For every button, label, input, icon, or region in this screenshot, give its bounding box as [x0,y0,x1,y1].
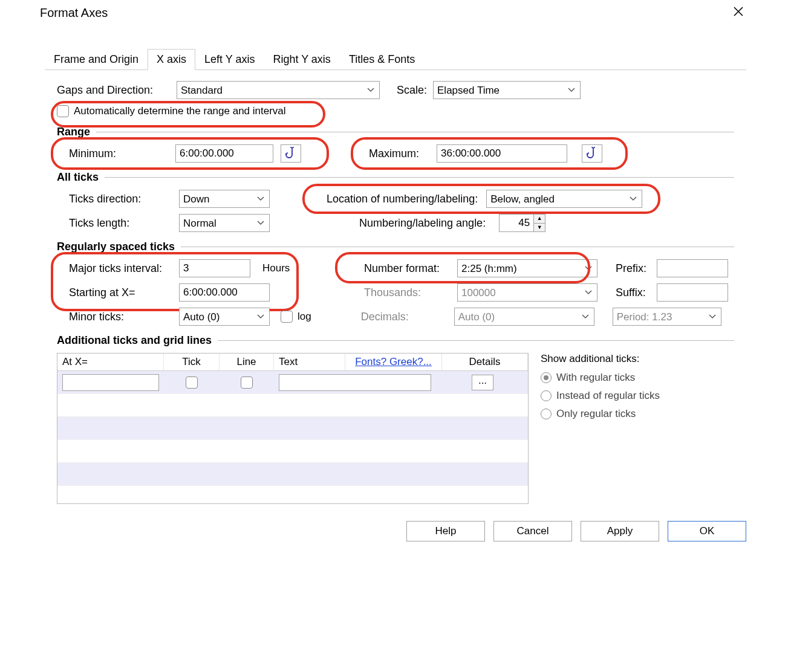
tab-titles-fonts[interactable]: Titles & Fonts [340,49,424,70]
auto-range-label: Automatically determine the range and in… [74,105,286,117]
maximum-label: Maximum: [369,147,437,160]
row-range: Minimum: Maximum: [57,144,734,163]
tab-bar: Frame and Origin X axis Left Y axis Righ… [45,48,746,70]
major-interval-unit: Hours [262,262,298,274]
decimals-select[interactable]: Auto (0) [454,308,594,326]
gaps-direction-label: Gaps and Direction: [57,84,171,97]
starting-at-label: Starting at X= [69,286,173,299]
table-header: At X= Tick Line Text Fonts? Greek?... De… [57,354,528,371]
cancel-button[interactable]: Cancel [493,521,572,541]
help-button[interactable]: Help [406,521,485,541]
dialog-footer: Help Cancel Apply OK [33,510,758,554]
section-all-ticks: All ticks [57,171,734,184]
hook-icon [587,147,597,160]
starting-at-input[interactable] [179,283,270,302]
gaps-direction-select[interactable]: Standard [177,81,380,99]
radio-icon [541,372,552,383]
prefix-input[interactable] [657,259,728,277]
section-additional-ticks: Additional ticks and grid lines [57,334,734,347]
col-tick: Tick [164,354,220,370]
suffix-input[interactable] [657,283,728,302]
fonts-greek-link[interactable]: Fonts? Greek?... [345,354,442,370]
at-x-input[interactable] [62,374,159,391]
maximum-input[interactable] [437,144,567,163]
spin-down-icon[interactable]: ▼ [534,224,545,232]
ticks-length-select[interactable]: Normal [179,214,270,232]
row-minor-ticks: Minor ticks: Auto (0) log Decimals: Auto… [57,308,734,326]
ticks-direction-select[interactable]: Down [179,190,270,208]
col-text: Text [274,354,345,370]
section-range: Range [57,126,734,138]
location-labeling-select[interactable]: Below, angled [486,190,642,208]
apply-button[interactable]: Apply [581,521,659,541]
auto-range-checkbox[interactable]: Automatically determine the range and in… [57,105,286,117]
minimum-hook-button[interactable] [281,144,301,163]
dialog-title: Format Axes [40,6,108,20]
labeling-angle-input[interactable] [500,215,533,231]
tick-checkbox[interactable] [186,376,198,389]
tab-x-axis[interactable]: X axis [148,49,195,70]
major-interval-input[interactable] [179,259,250,277]
range-title: Range [57,126,90,138]
minimum-input[interactable] [175,144,273,163]
decimals-label: Decimals: [361,311,448,323]
radio-icon [541,390,552,401]
additional-ticks-table: At X= Tick Line Text Fonts? Greek?... De… [57,353,529,504]
tab-frame-and-origin[interactable]: Frame and Origin [45,49,148,70]
radio-instead-regular[interactable]: Instead of regular ticks [541,390,660,402]
suffix-label: Suffix: [616,286,651,299]
details-button[interactable]: ... [472,375,493,390]
panel: Gaps and Direction: Standard Scale: Elap… [33,70,758,510]
radio-only-regular[interactable]: Only regular ticks [541,408,636,420]
maximum-hook-button[interactable] [582,144,602,163]
scale-select[interactable]: Elapsed Time [433,81,581,99]
format-axes-dialog: Format Axes Frame and Origin X axis Left… [33,0,758,554]
scale-label: Scale: [397,84,427,97]
additional-ticks-body: At X= Tick Line Text Fonts? Greek?... De… [57,353,734,504]
col-details: Details [442,354,528,370]
radio-with-label: With regular ticks [556,372,635,384]
col-at-x: At X= [57,354,164,370]
row-starting-at: Starting at X= Thousands: 100000 Suffix: [57,283,734,302]
table-row: ... [57,371,528,394]
thousands-select[interactable]: 100000 [457,283,597,302]
labeling-angle-label: Numbering/labeling angle: [359,217,486,230]
table-row [57,417,528,440]
ok-button[interactable]: OK [668,521,746,541]
row-auto-range: Automatically determine the range and in… [57,105,734,117]
radio-instead-label: Instead of regular ticks [556,390,660,402]
text-input[interactable] [279,374,431,391]
line-checkbox[interactable] [241,376,253,389]
row-major-interval: Major ticks interval: Hours Number forma… [57,259,734,277]
table-row [57,440,528,463]
additional-ticks-title: Additional ticks and grid lines [57,334,212,347]
row-ticks-length: Ticks length: Normal Numbering/labeling … [57,214,734,232]
radio-only-label: Only regular ticks [556,408,636,420]
table-row [57,463,528,486]
prefix-label: Prefix: [616,262,651,275]
number-format-select[interactable]: 2:25 (h:mm) [457,259,597,277]
table-row [57,394,528,417]
hook-icon [285,147,296,160]
all-ticks-title: All ticks [57,171,99,184]
location-labeling-label: Location of numbering/labeling: [327,193,478,205]
regular-ticks-title: Regularly spaced ticks [57,241,175,253]
checkbox-icon [281,311,293,323]
spin-up-icon[interactable]: ▲ [534,215,545,224]
close-button[interactable] [726,4,751,22]
radio-with-regular[interactable]: With regular ticks [541,372,635,384]
minor-ticks-select[interactable]: Auto (0) [179,308,270,326]
log-checkbox[interactable]: log [281,311,311,323]
period-select[interactable]: Period: 1.23 [613,308,721,326]
major-interval-label: Major ticks interval: [69,262,173,275]
checkbox-icon [57,105,69,117]
section-regular-ticks: Regularly spaced ticks [57,241,734,253]
thousands-label: Thousands: [364,286,451,299]
tab-left-y-axis[interactable]: Left Y axis [195,49,264,70]
labeling-angle-spinbox[interactable]: ▲ ▼ [499,214,545,232]
tab-right-y-axis[interactable]: Right Y axis [264,49,339,70]
col-line: Line [220,354,274,370]
titlebar: Format Axes [33,0,758,25]
ticks-direction-label: Ticks direction: [69,193,173,205]
log-label: log [298,311,311,323]
